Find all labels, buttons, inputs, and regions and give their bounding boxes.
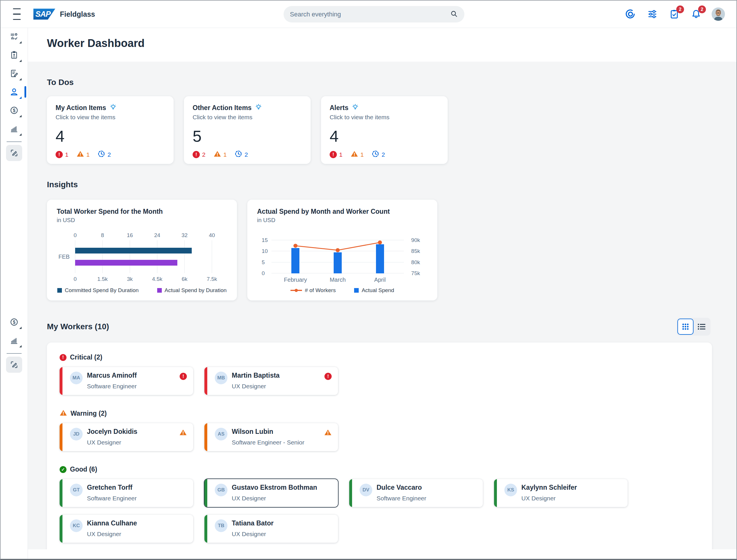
avatar: GT [70,484,83,496]
grid-icon [682,323,689,330]
sidebar-item-job-postings[interactable] [6,47,22,63]
card-title: My Action Items [56,104,106,112]
list-icon [698,323,706,330]
dashboard-content: To Dos My Action Items Click to view the… [28,62,736,549]
worker-name: Jocelyn Dokidis [87,428,137,435]
copilot-icon[interactable] [624,8,637,20]
worker-card[interactable]: GT Gretchen TorffSoftware Engineer [60,479,193,507]
right-axis-tick: 80k [411,259,420,266]
category-label: February [284,277,307,283]
critical-status-icon: ! [60,354,67,361]
warning-group-header: Warning (2) [60,409,699,417]
sidebar-item-spend-2[interactable]: $ [6,314,22,330]
other-action-items-card[interactable]: Other Action Items Click to view the ite… [184,96,311,164]
avatar: JD [70,428,83,440]
good-group-header: ✓ Good (6) [60,466,699,473]
critical-badge-icon: ! [180,373,187,380]
sidebar-item-spend[interactable]: $ [6,102,22,118]
worker-card[interactable]: TB Tatiana BatorUX Designer [204,515,338,543]
left-axis-tick: 10 [262,248,268,254]
avatar: DV [360,484,372,496]
legend-item: Committed Spend By Duration [57,287,139,294]
my-action-items-card[interactable]: My Action Items Click to view the items … [47,96,174,164]
card-title: Other Action Items [193,104,252,112]
status-stripe [204,367,207,395]
worker-role: UX Designer [232,383,280,390]
combo-chart-plot: 075k580k1085k1590kFebruaryMarchApril [274,240,401,273]
product-name: Fieldglass [60,10,95,18]
warning-count: 1 [361,151,364,158]
bar-committed-spend-by-duration [75,248,192,253]
top-axis-tick: 40 [209,232,215,239]
avatar: AS [215,428,228,440]
top-axis-tick: 24 [154,232,160,239]
sidebar-item-workers[interactable] [6,84,22,100]
warning-icon [77,150,84,159]
worker-role: UX Designer [232,531,274,538]
worker-card-focused[interactable]: GB Gustavo Ekstrom BothmanUX Designer [204,479,338,507]
my-workers-heading: My Workers (10) [47,322,109,331]
lightbulb-icon [110,104,117,112]
view-toggle [677,318,711,336]
bar-actual-spend-by-duration [75,260,177,266]
legend-label: Actual Spend [362,287,394,294]
worker-role: UX Designer [87,439,137,446]
worker-card[interactable]: KC Kianna CulhaneUX Designer [60,515,193,543]
todo-count: 4 [56,128,165,144]
worker-card[interactable]: AS Wilson LubinSoftware Engineer - Senio… [204,423,338,451]
search-input[interactable] [290,11,450,18]
gridline [212,240,212,273]
avatar: MB [215,372,228,384]
left-axis-tick: 0 [262,270,265,277]
pending-clock-icon [372,150,379,159]
worker-name: Dulce Vaccaro [376,484,422,491]
notifications-bell-icon[interactable]: 2 [690,8,702,20]
sidebar-divider-2 [7,353,22,354]
worker-card[interactable]: MB Martin BaptistaUX Designer ! [204,367,338,395]
page-title: Worker Dashboard [47,37,736,50]
hamburger-menu-icon[interactable] [9,6,25,22]
critical-badge-icon: ! [325,373,332,380]
worker-card[interactable]: KS Kaylynn SchleiferUX Designer [494,479,628,507]
sidebar-item-customize-2[interactable] [6,357,22,373]
status-stripe [60,515,63,543]
critical-icon: ! [56,151,63,158]
grid-view-button[interactable] [677,319,694,335]
worker-card[interactable]: DV Dulce VaccaroSoftware Engineer [349,479,483,507]
critical-icon: ! [330,151,337,158]
worker-card[interactable]: MA Marcus AminoffSoftware Engineer ! [60,367,193,395]
global-search[interactable] [284,6,464,22]
sidebar-item-customize[interactable] [6,145,22,161]
alerts-card[interactable]: Alerts Click to view the items 4 !1 1 2 [321,96,448,164]
left-nav: $ $ [1,28,28,559]
worker-card[interactable]: JD Jocelyn DokidisUX Designer [60,423,193,451]
preferences-sliders-icon[interactable] [646,8,659,20]
sidebar-item-contracts[interactable] [6,65,22,82]
gridline [157,240,158,273]
bar-chart-plot: 0081.5k163k244.5k326k407.5kFEB [75,242,212,271]
warning-status-icon [60,409,67,417]
worker-role: UX Designer [521,495,577,502]
list-view-button[interactable] [694,319,710,335]
worker-role: Software Engineer [87,383,137,390]
pending-count: 2 [107,151,111,158]
search-icon[interactable] [450,10,458,19]
warning-badge-icon [324,429,332,437]
sidebar-item-dashboard[interactable] [6,29,22,45]
user-avatar[interactable] [712,7,725,21]
worker-role: Software Engineer - Senior [232,439,304,446]
worker-name: Kaylynn Schleifer [521,484,577,491]
tasks-badge: 2 [676,5,684,13]
tasks-icon[interactable]: 2 [668,8,681,20]
sidebar-item-analytics[interactable] [6,121,22,137]
card-title: Alerts [330,104,349,112]
total-worker-spend-chart[interactable]: Total Worker Spend for the Month in USD … [47,200,237,300]
sidebar-item-analytics-2[interactable] [6,332,22,349]
warning-count: 1 [86,151,90,158]
pending-clock-icon [98,150,105,159]
avatar: KS [504,484,517,496]
legend-item: # of Workers [291,287,336,294]
card-subtitle: Click to view the items [330,114,439,121]
actual-spend-worker-count-chart[interactable]: Actual Spend by Month and Worker Count i… [247,200,437,300]
bottom-axis-tick: 7.5k [207,276,217,282]
